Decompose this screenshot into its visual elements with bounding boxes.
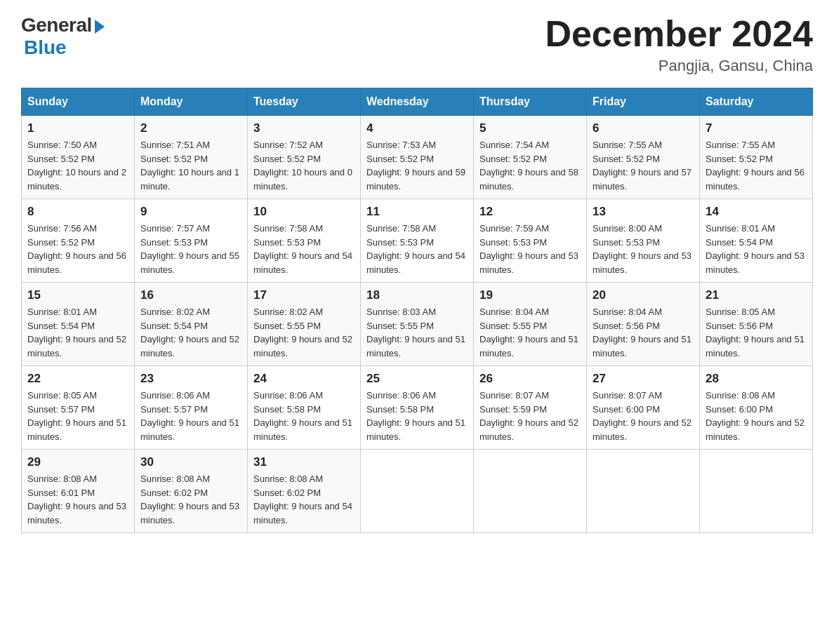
- day-info: Sunrise: 7:55 AMSunset: 5:52 PMDaylight:…: [593, 138, 694, 193]
- day-info: Sunrise: 7:58 AMSunset: 5:53 PMDaylight:…: [253, 222, 355, 276]
- day-info: Sunrise: 8:06 AMSunset: 5:58 PMDaylight:…: [366, 389, 468, 443]
- day-info: Sunrise: 7:53 AMSunset: 5:52 PMDaylight:…: [366, 138, 468, 193]
- calendar-day-cell: 6Sunrise: 7:55 AMSunset: 5:52 PMDaylight…: [587, 116, 700, 199]
- day-number: 25: [366, 372, 468, 386]
- calendar-day-cell: 20Sunrise: 8:04 AMSunset: 5:56 PMDayligh…: [587, 283, 700, 366]
- day-info: Sunrise: 8:08 AMSunset: 6:01 PMDaylight:…: [27, 472, 128, 527]
- calendar-day-cell: 18Sunrise: 8:03 AMSunset: 5:55 PMDayligh…: [361, 283, 474, 366]
- calendar-day-cell: [474, 450, 587, 533]
- day-info: Sunrise: 8:02 AMSunset: 5:55 PMDaylight:…: [253, 305, 355, 360]
- calendar-day-cell: [361, 450, 474, 533]
- calendar-body: 1Sunrise: 7:50 AMSunset: 5:52 PMDaylight…: [22, 116, 813, 533]
- day-number: 19: [479, 288, 581, 302]
- day-info: Sunrise: 8:02 AMSunset: 5:54 PMDaylight:…: [140, 305, 241, 360]
- day-info: Sunrise: 7:55 AMSunset: 5:52 PMDaylight:…: [706, 138, 807, 193]
- calendar-day-cell: 17Sunrise: 8:02 AMSunset: 5:55 PMDayligh…: [248, 283, 361, 366]
- calendar-day-cell: 24Sunrise: 8:06 AMSunset: 5:58 PMDayligh…: [248, 366, 361, 450]
- calendar-header: SundayMondayTuesdayWednesdayThursdayFrid…: [22, 88, 813, 116]
- calendar-day-cell: 19Sunrise: 8:04 AMSunset: 5:55 PMDayligh…: [474, 283, 587, 366]
- calendar-week-row: 1Sunrise: 7:50 AMSunset: 5:52 PMDaylight…: [22, 116, 813, 199]
- calendar-day-cell: 27Sunrise: 8:07 AMSunset: 6:00 PMDayligh…: [587, 366, 700, 450]
- header-row: SundayMondayTuesdayWednesdayThursdayFrid…: [22, 88, 813, 116]
- day-number: 15: [27, 288, 128, 302]
- day-number: 27: [593, 372, 694, 386]
- day-info: Sunrise: 7:57 AMSunset: 5:53 PMDaylight:…: [140, 222, 241, 276]
- calendar-day-cell: 26Sunrise: 8:07 AMSunset: 5:59 PMDayligh…: [474, 366, 587, 450]
- calendar-day-cell: 12Sunrise: 7:59 AMSunset: 5:53 PMDayligh…: [474, 199, 587, 283]
- calendar-title: December 2024: [545, 14, 813, 54]
- day-info: Sunrise: 7:54 AMSunset: 5:52 PMDaylight:…: [479, 138, 581, 193]
- day-number: 10: [253, 205, 355, 219]
- day-number: 20: [593, 288, 694, 302]
- day-number: 1: [27, 121, 128, 135]
- day-info: Sunrise: 8:04 AMSunset: 5:56 PMDaylight:…: [593, 305, 694, 360]
- day-number: 6: [593, 121, 694, 135]
- day-info: Sunrise: 7:51 AMSunset: 5:52 PMDaylight:…: [140, 138, 241, 193]
- day-info: Sunrise: 8:01 AMSunset: 5:54 PMDaylight:…: [706, 222, 807, 276]
- day-info: Sunrise: 8:05 AMSunset: 5:56 PMDaylight:…: [706, 305, 807, 360]
- day-number: 18: [366, 288, 468, 302]
- calendar-day-cell: 30Sunrise: 8:08 AMSunset: 6:02 PMDayligh…: [135, 450, 248, 533]
- calendar-day-cell: 15Sunrise: 8:01 AMSunset: 5:54 PMDayligh…: [22, 283, 135, 366]
- page-header: General Blue December 2024 Pangjia, Gans…: [21, 14, 813, 75]
- day-info: Sunrise: 8:07 AMSunset: 6:00 PMDaylight:…: [593, 389, 694, 443]
- day-number: 2: [140, 121, 241, 135]
- day-info: Sunrise: 8:08 AMSunset: 6:02 PMDaylight:…: [140, 472, 241, 527]
- calendar-day-cell: 21Sunrise: 8:05 AMSunset: 5:56 PMDayligh…: [700, 283, 813, 366]
- logo-general-text: General: [21, 14, 92, 36]
- day-info: Sunrise: 8:06 AMSunset: 5:57 PMDaylight:…: [140, 389, 241, 443]
- day-info: Sunrise: 8:07 AMSunset: 5:59 PMDaylight:…: [479, 389, 581, 443]
- calendar-subtitle: Pangjia, Gansu, China: [545, 57, 813, 75]
- header-sunday: Sunday: [22, 88, 135, 116]
- calendar-day-cell: 28Sunrise: 8:08 AMSunset: 6:00 PMDayligh…: [700, 366, 813, 450]
- day-info: Sunrise: 7:56 AMSunset: 5:52 PMDaylight:…: [27, 222, 128, 276]
- day-number: 29: [27, 455, 128, 469]
- day-info: Sunrise: 8:04 AMSunset: 5:55 PMDaylight:…: [479, 305, 581, 360]
- calendar-day-cell: 25Sunrise: 8:06 AMSunset: 5:58 PMDayligh…: [361, 366, 474, 450]
- calendar-day-cell: 7Sunrise: 7:55 AMSunset: 5:52 PMDaylight…: [700, 116, 813, 199]
- calendar-day-cell: 10Sunrise: 7:58 AMSunset: 5:53 PMDayligh…: [248, 199, 361, 283]
- day-info: Sunrise: 8:06 AMSunset: 5:58 PMDaylight:…: [253, 389, 355, 443]
- logo: General Blue: [21, 14, 105, 59]
- calendar-day-cell: 5Sunrise: 7:54 AMSunset: 5:52 PMDaylight…: [474, 116, 587, 199]
- day-number: 4: [366, 121, 468, 135]
- calendar-day-cell: 16Sunrise: 8:02 AMSunset: 5:54 PMDayligh…: [135, 283, 248, 366]
- day-number: 13: [593, 205, 694, 219]
- day-info: Sunrise: 8:08 AMSunset: 6:02 PMDaylight:…: [253, 472, 355, 527]
- day-info: Sunrise: 7:58 AMSunset: 5:53 PMDaylight:…: [366, 222, 468, 276]
- header-tuesday: Tuesday: [248, 88, 361, 116]
- day-number: 3: [253, 121, 355, 135]
- header-friday: Friday: [587, 88, 700, 116]
- day-info: Sunrise: 8:08 AMSunset: 6:00 PMDaylight:…: [706, 389, 807, 443]
- day-number: 23: [140, 372, 241, 386]
- day-number: 11: [366, 205, 468, 219]
- day-number: 30: [140, 455, 241, 469]
- calendar-day-cell: 4Sunrise: 7:53 AMSunset: 5:52 PMDaylight…: [361, 116, 474, 199]
- calendar-table: SundayMondayTuesdayWednesdayThursdayFrid…: [21, 88, 813, 533]
- day-info: Sunrise: 7:59 AMSunset: 5:53 PMDaylight:…: [479, 222, 581, 276]
- calendar-day-cell: 14Sunrise: 8:01 AMSunset: 5:54 PMDayligh…: [700, 199, 813, 283]
- calendar-week-row: 29Sunrise: 8:08 AMSunset: 6:01 PMDayligh…: [22, 450, 813, 533]
- calendar-day-cell: 3Sunrise: 7:52 AMSunset: 5:52 PMDaylight…: [248, 116, 361, 199]
- logo-triangle-icon: [95, 20, 105, 34]
- calendar-day-cell: 13Sunrise: 8:00 AMSunset: 5:53 PMDayligh…: [587, 199, 700, 283]
- day-number: 26: [479, 372, 581, 386]
- header-wednesday: Wednesday: [361, 88, 474, 116]
- day-number: 8: [27, 205, 128, 219]
- logo-blue-text: Blue: [24, 36, 67, 59]
- day-number: 7: [706, 121, 807, 135]
- calendar-day-cell: 22Sunrise: 8:05 AMSunset: 5:57 PMDayligh…: [22, 366, 135, 450]
- calendar-day-cell: 8Sunrise: 7:56 AMSunset: 5:52 PMDaylight…: [22, 199, 135, 283]
- day-number: 22: [27, 372, 128, 386]
- day-number: 9: [140, 205, 241, 219]
- day-info: Sunrise: 8:01 AMSunset: 5:54 PMDaylight:…: [27, 305, 128, 360]
- header-saturday: Saturday: [700, 88, 813, 116]
- day-number: 16: [140, 288, 241, 302]
- calendar-day-cell: 29Sunrise: 8:08 AMSunset: 6:01 PMDayligh…: [22, 450, 135, 533]
- day-number: 31: [253, 455, 355, 469]
- day-info: Sunrise: 7:52 AMSunset: 5:52 PMDaylight:…: [253, 138, 355, 193]
- calendar-day-cell: 31Sunrise: 8:08 AMSunset: 6:02 PMDayligh…: [248, 450, 361, 533]
- calendar-day-cell: 11Sunrise: 7:58 AMSunset: 5:53 PMDayligh…: [361, 199, 474, 283]
- calendar-day-cell: [587, 450, 700, 533]
- day-number: 17: [253, 288, 355, 302]
